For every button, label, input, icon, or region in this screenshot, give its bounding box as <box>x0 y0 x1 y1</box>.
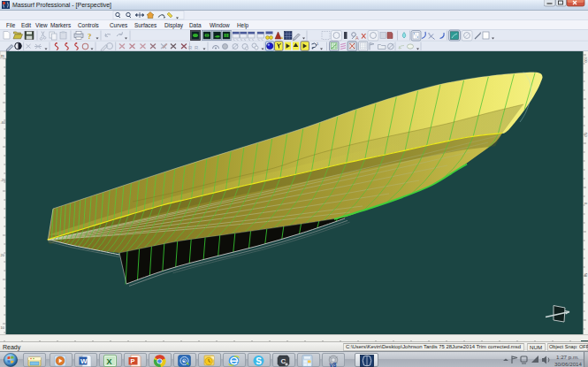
svg-text:Help: Help <box>237 22 249 29</box>
svg-text:P: P <box>131 357 135 365</box>
svg-text:m: m <box>1 54 4 58</box>
svg-text:A: A <box>355 35 359 41</box>
svg-text:v8: v8 <box>330 362 337 367</box>
svg-text:Curves: Curves <box>110 22 127 28</box>
svg-text:Surfaces: Surfaces <box>134 22 157 28</box>
svg-text:Edit: Edit <box>21 22 31 28</box>
svg-text:R: R <box>188 45 192 50</box>
svg-text:50: 50 <box>584 273 587 277</box>
svg-text:0: 0 <box>584 203 587 204</box>
svg-text:X: X <box>106 357 111 366</box>
svg-text:-60: -60 <box>1 120 7 125</box>
svg-text:R.: R. <box>195 45 200 50</box>
svg-text:20: 20 <box>1 253 5 257</box>
svg-text:?: ? <box>88 32 92 41</box>
svg-text:1:27 p.m.: 1:27 p.m. <box>556 354 579 360</box>
svg-text:Data: Data <box>189 22 202 28</box>
svg-text:Markers: Markers <box>50 22 71 28</box>
svg-text:Controls: Controls <box>78 22 99 28</box>
svg-text:View: View <box>35 22 48 28</box>
svg-text:-50: -50 <box>584 132 587 137</box>
svg-text:-20: -20 <box>1 178 7 182</box>
svg-text:Window: Window <box>210 22 230 28</box>
svg-text:Display: Display <box>164 22 184 29</box>
svg-text:S: S <box>256 356 262 366</box>
svg-text:-100: -100 <box>584 56 587 63</box>
svg-text:30/06/2014: 30/06/2014 <box>554 361 583 367</box>
svg-text:10: 10 <box>1 325 5 330</box>
svg-text:W: W <box>80 357 88 365</box>
svg-text:File: File <box>6 22 16 28</box>
